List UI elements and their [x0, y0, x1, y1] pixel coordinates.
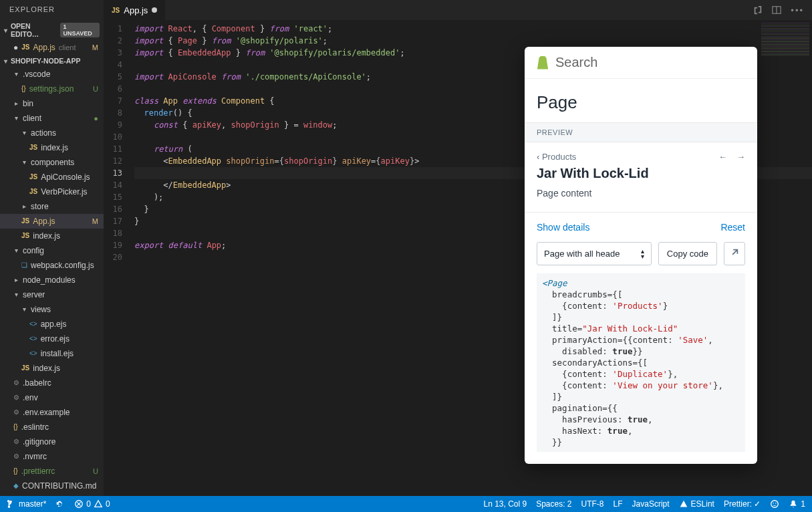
- explorer-header: EXPLORER: [0, 0, 104, 20]
- chevron-down-icon: ▾: [13, 245, 19, 257]
- chevron-left-icon: ‹: [537, 152, 542, 162]
- tree-file[interactable]: {}.eslintrc: [0, 420, 104, 434]
- preview-search-row[interactable]: Search: [525, 47, 757, 79]
- tree-item-label: .babelrc: [23, 377, 51, 389]
- tree-item-label: webpack.config.js: [31, 259, 94, 271]
- tree-item-label: install.ejs: [41, 348, 74, 360]
- open-external-button[interactable]: [724, 242, 745, 265]
- tree-folder[interactable]: ▸store: [0, 199, 104, 214]
- example-select[interactable]: Page with all heade ▴▾: [537, 242, 652, 265]
- next-arrow-icon[interactable]: →: [736, 152, 745, 162]
- split-editor-icon[interactable]: [772, 5, 781, 15]
- tree-item-label: config: [23, 245, 44, 257]
- tree-item-label: store: [31, 201, 49, 213]
- eol[interactable]: LF: [614, 499, 623, 509]
- external-link-icon: [730, 248, 739, 257]
- tree-file[interactable]: <>app.ejs: [0, 317, 104, 332]
- show-details-link[interactable]: Show details: [537, 222, 589, 233]
- tree-folder[interactable]: ▾server: [0, 287, 104, 302]
- notifications-button[interactable]: 1: [789, 499, 805, 509]
- reset-link[interactable]: Reset: [720, 222, 745, 233]
- sidebar: ▾OPEN EDITO… 1 UNSAVED ● JS App.js clien…: [0, 20, 104, 496]
- tree-file[interactable]: ❏webpack.config.js: [0, 258, 104, 273]
- tree-file[interactable]: ⚙.env: [0, 390, 104, 405]
- json-icon: {}: [13, 465, 18, 477]
- project-header[interactable]: ▾SHOPIFY-NODE-APP: [0, 55, 104, 67]
- tree-item-label: views: [31, 303, 51, 315]
- tab-filename: App.js: [124, 5, 148, 15]
- select-caret-icon: ▴▾: [641, 249, 644, 259]
- tree-item-label: index.js: [33, 230, 60, 242]
- preview-card-title: Jar With Lock-Lid: [537, 166, 745, 181]
- open-editors-header[interactable]: ▾OPEN EDITO… 1 UNSAVED: [0, 20, 104, 40]
- tree-file[interactable]: JSApp.jsM: [0, 214, 104, 229]
- tree-folder[interactable]: ▾views: [0, 302, 104, 317]
- prettier-status[interactable]: Prettier: ✓: [724, 499, 761, 509]
- tree-item-label: .nvmrc: [23, 451, 47, 463]
- js-icon: JS: [29, 186, 37, 198]
- tree-file[interactable]: ⚙.babelrc: [0, 376, 104, 390]
- tree-item-label: server: [23, 289, 45, 301]
- warning-icon: [94, 499, 103, 509]
- tree-file[interactable]: JSindex.js: [0, 361, 104, 376]
- git-branch[interactable]: master*: [7, 499, 46, 509]
- compare-icon[interactable]: [753, 5, 763, 15]
- ejs-icon: <>: [29, 318, 37, 330]
- problems[interactable]: 0 0: [74, 499, 110, 509]
- tree-item-label: .eslintrc: [21, 421, 49, 433]
- tree-file[interactable]: JSindex.js: [0, 140, 104, 155]
- svg-point-7: [775, 503, 777, 504]
- tree-file[interactable]: ◆CONTRIBUTING.md: [0, 479, 104, 493]
- feedback-button[interactable]: [770, 499, 779, 509]
- tree-item-label: VerbPicker.js: [41, 186, 87, 198]
- code-snippet[interactable]: <Page breadcrumbs={[ {content: 'Products…: [537, 273, 745, 452]
- tree-folder[interactable]: ▾actions: [0, 126, 104, 140]
- file-icon: ⚙: [13, 451, 19, 463]
- copy-code-button[interactable]: Copy code: [658, 242, 717, 265]
- file-icon: ⚙: [13, 392, 19, 404]
- chevron-down-icon: ▾: [13, 112, 19, 124]
- tree-file[interactable]: JSApiConsole.js: [0, 170, 104, 184]
- tree-file[interactable]: ⚙.nvmrc: [0, 449, 104, 464]
- tree-file[interactable]: ⚙.env.example: [0, 405, 104, 420]
- minimap[interactable]: [761, 23, 809, 56]
- tree-folder[interactable]: ▾components: [0, 155, 104, 170]
- tree-file[interactable]: {}.prettierrcU: [0, 464, 104, 479]
- preview-panel: Search Page PREVIEW ‹ Products ← → Jar W…: [525, 47, 757, 464]
- file-icon: ⚙: [13, 377, 19, 389]
- tree-folder[interactable]: ▾client●: [0, 111, 104, 126]
- tree-folder[interactable]: ▾.vscode: [0, 67, 104, 82]
- tree-file[interactable]: JSVerbPicker.js: [0, 184, 104, 199]
- tree-file[interactable]: <>error.ejs: [0, 332, 104, 346]
- tree-item-label: ApiConsole.js: [41, 171, 90, 183]
- preview-title: Page: [525, 79, 757, 122]
- language-mode[interactable]: JavaScript: [632, 499, 670, 509]
- more-icon[interactable]: •••: [791, 5, 804, 15]
- tree-file[interactable]: {}settings.jsonU: [0, 82, 104, 96]
- tree-item-label: App.js: [33, 215, 55, 227]
- prev-arrow-icon[interactable]: ←: [718, 152, 727, 162]
- chevron-right-icon: ▸: [21, 201, 27, 213]
- cursor-position[interactable]: Ln 13, Col 9: [483, 499, 527, 509]
- indent-setting[interactable]: Spaces: 2: [536, 499, 571, 509]
- open-editor-item[interactable]: ● JS App.js client M: [0, 40, 104, 55]
- tab-app-js[interactable]: JS App.js: [104, 0, 165, 20]
- tree-file[interactable]: <>install.ejs: [0, 346, 104, 361]
- tree-folder[interactable]: ▸bin: [0, 96, 104, 111]
- tree-folder[interactable]: ▸node_modules: [0, 273, 104, 287]
- tree-file[interactable]: ⚙.gitignore: [0, 434, 104, 449]
- sync-button[interactable]: [55, 499, 65, 509]
- tree-item-label: error.ejs: [41, 333, 70, 345]
- tree-file[interactable]: JSindex.js: [0, 229, 104, 243]
- encoding[interactable]: UTF-8: [581, 499, 604, 509]
- chevron-down-icon: ▾: [13, 289, 19, 301]
- tree-folder[interactable]: ▾config: [0, 243, 104, 258]
- eslint-status[interactable]: ESLint: [679, 499, 714, 509]
- json-icon: {}: [13, 421, 18, 433]
- tree-item-label: settings.json: [29, 83, 74, 95]
- tree-item-label: app.ejs: [41, 318, 67, 330]
- tree-item-label: .vscode: [23, 68, 50, 80]
- file-icon: ⚙: [13, 436, 19, 448]
- json-icon: {}: [21, 83, 26, 95]
- breadcrumb-products[interactable]: ‹ Products: [537, 152, 576, 162]
